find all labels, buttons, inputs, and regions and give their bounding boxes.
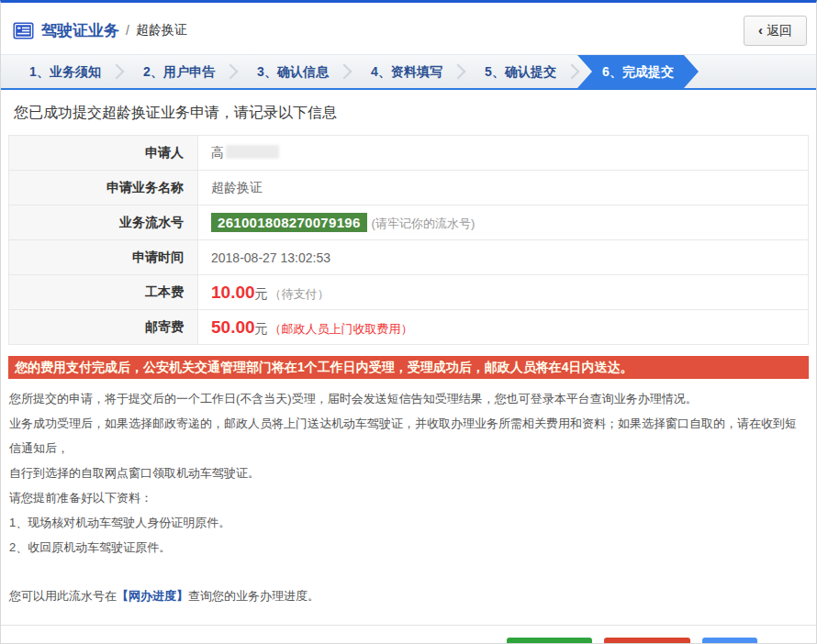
work-fee-amount: 10.00 [211,283,255,302]
post-fee-amount: 50.00 [211,317,255,337]
table-row-post-fee: 邮寄费 50.00元（邮政人员上门收取费用） [9,310,809,345]
tab-step-4[interactable]: 4、资料填写 [350,55,464,88]
instructions: 您所提交的申请，将于提交后的一个工作日(不含当天)受理，届时会发送短信告知受理结… [9,386,808,608]
tab-step-1[interactable]: 1、业务须知 [8,55,122,88]
success-message: 您已成功提交超龄换证业务申请，请记录以下信息 [1,90,816,135]
apply-time-value: 2018-08-27 13:02:53 [198,240,809,275]
cancel-pay-button[interactable]: ¥ 取消支付 [604,638,690,644]
step-tabs: 1、业务须知 2、用户申告 3、确认信息 4、资料填写 5、确认提交 6、完成提… [1,54,816,90]
apply-time-label: 申请时间 [9,240,198,275]
tab-step-5[interactable]: 5、确认提交 [464,55,577,88]
breadcrumb-current: 超龄换证 [136,22,187,39]
post-fee-note: （邮政人员上门收取费用） [270,322,413,336]
table-row-apply-time: 申请时间 2018-08-27 13:02:53 [9,240,809,275]
tab-step-6-active[interactable]: 6、完成提交 [577,55,699,88]
paragraph-4: 请您提前准备好以下资料： [9,485,808,510]
table-row-applicant: 申请人 高 [9,136,809,171]
license-list-icon [13,22,34,39]
applicant-label: 申请人 [9,136,198,171]
serial-label: 业务流水号 [9,205,198,240]
applicant-value: 高 [211,145,224,160]
return-button[interactable]: 返回 [702,638,757,644]
redacted-text [226,145,279,159]
paragraph-3: 自行到选择的自取网点窗口领取机动车驾驶证。 [9,461,808,485]
paragraph-5: 1、现场核对机动车驾驶人身份证明原件。 [9,510,808,535]
breadcrumb-separator: / [126,23,129,38]
work-fee-note: （待支付） [270,287,330,301]
info-table: 申请人 高 申请业务名称 超龄换证 业务流水号 2610018082700791… [8,135,809,345]
progress-note: 您可以用此流水号在【网办进度】查询您的业务办理进度。 [9,583,808,608]
back-button-label: 返回 [767,23,792,38]
progress-query-link[interactable]: 【网办进度】 [117,589,188,603]
tab-step-3[interactable]: 3、确认信息 [236,55,350,88]
page-title: 驾驶证业务 [41,20,119,41]
footer-buttons: ¥ 继续支付 ¥ 取消支付 返回 [1,626,816,644]
post-fee-unit: 元 [255,321,268,336]
work-fee-unit: 元 [255,286,268,301]
notice-banner: 您的费用支付完成后，公安机关交通管理部门将在1个工作日内受理，受理成功后，邮政人… [8,356,809,379]
header: 驾驶证业务 / 超龄换证 ‹返回 [1,3,816,54]
tab-step-2[interactable]: 2、用户申告 [122,55,236,88]
table-row-work-fee: 工本费 10.00元（待支付） [9,275,809,310]
chevron-left-icon: ‹ [758,22,763,38]
back-button[interactable]: ‹返回 [744,16,807,46]
table-row-business-name: 申请业务名称 超龄换证 [9,171,809,205]
progress-note-suffix: 查询您的业务办理进度。 [188,589,319,603]
paragraph-2: 业务成功受理后，如果选择邮政寄递的，邮政人员将上门送达机动车驾驶证，并收取办理业… [9,411,808,461]
continue-pay-button[interactable]: ¥ 继续支付 [507,638,593,644]
work-fee-label: 工本费 [9,275,198,310]
table-row-serial: 业务流水号 261001808270079196(请牢记你的流水号) [9,205,809,240]
serial-number-badge: 261001808270079196 [211,213,367,232]
serial-note: (请牢记你的流水号) [372,217,476,230]
paragraph-6: 2、收回原机动车驾驶证原件。 [9,535,808,560]
progress-note-prefix: 您可以用此流水号在 [9,589,117,603]
business-name-value: 超龄换证 [198,171,809,205]
post-fee-label: 邮寄费 [9,310,198,345]
paragraph-1: 您所提交的申请，将于提交后的一个工作日(不含当天)受理，届时会发送短信告知受理结… [9,386,808,411]
page: 驾驶证业务 / 超龄换证 ‹返回 1、业务须知 2、用户申告 3、确认信息 4、… [0,0,817,644]
business-name-label: 申请业务名称 [9,171,198,205]
